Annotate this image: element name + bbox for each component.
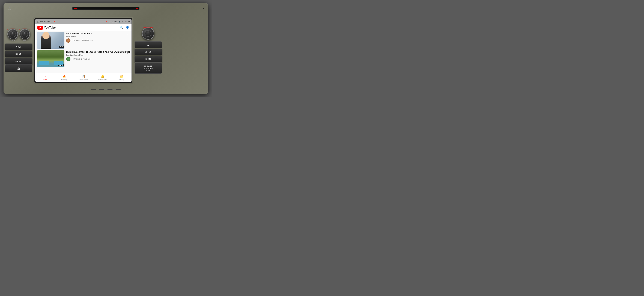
cd-slot xyxy=(72,7,140,10)
vol-label: VOL xyxy=(23,40,27,42)
video-stats-1: 9.6M views · 5 months ago xyxy=(72,39,92,41)
video-meta-2: 77M views · 2 years ago xyxy=(66,57,130,61)
power-knob[interactable] xyxy=(8,29,18,39)
video-stats-2: 77M views · 2 years ago xyxy=(72,58,90,60)
knob-row: POW VOL xyxy=(8,29,30,42)
search-button[interactable]: 🔍 xyxy=(120,26,124,30)
cd-indicator-right xyxy=(136,8,138,9)
main-row: POW VOL NAVI BAND MENU ☎ xyxy=(5,13,207,88)
status-bar: ⌂ YouTube Va... 📍 📍 ▲ 21:11 🔈 ✕ ▭ ↩ xyxy=(35,19,132,24)
knob-inner-power xyxy=(10,31,16,37)
yt-logo[interactable]: YouTube xyxy=(38,26,56,30)
notifications-tab-icon: 🔔 xyxy=(100,75,104,78)
car-unit: MIC POW xyxy=(4,3,208,94)
wifi-icon: ▲ xyxy=(109,21,111,23)
tab-subscriptions[interactable]: 📋 Subscriptions xyxy=(74,75,93,81)
left-side: POW VOL NAVI BAND MENU ☎ xyxy=(5,13,32,88)
bottom-tab-1 xyxy=(91,89,96,90)
video-thumb-2: 24:17 xyxy=(37,50,64,67)
eject-button[interactable]: ▲ xyxy=(134,41,162,48)
channel-avatar-2 xyxy=(66,57,70,61)
volume-icon: 🔈 xyxy=(119,21,121,23)
subscriptions-tab-label: Subscriptions xyxy=(78,79,88,81)
setup-button[interactable]: SETUP xyxy=(134,49,162,55)
video-meta-1: 9.6M views · 5 months ago xyxy=(66,38,130,43)
more-button-2[interactable]: ⋮ xyxy=(126,50,130,54)
tab-trending[interactable]: 🔥 Trending xyxy=(54,75,74,81)
right-knob[interactable] xyxy=(142,27,154,40)
right-knob-container xyxy=(142,27,154,40)
power-knob-container: POW xyxy=(8,29,18,42)
tab-library[interactable]: 📁 Library xyxy=(112,75,132,81)
home-tab-label: Home xyxy=(43,79,47,80)
video-title-1: Alina Eremia - Sa fii fericit xyxy=(66,32,130,35)
status-pin-icon: 📍 xyxy=(54,21,56,23)
res-label: RES xyxy=(146,69,150,72)
navi-button[interactable]: NAVI xyxy=(5,43,32,50)
tab-notifications[interactable]: 🔔 Notifications xyxy=(93,75,112,81)
channel-avatar-1 xyxy=(66,38,70,43)
video-title-2: Build House Under The Wood roots & Add T… xyxy=(66,51,130,54)
screen: ⌂ YouTube Va... 📍 📍 ▲ 21:11 🔈 ✕ ▭ ↩ xyxy=(35,19,132,82)
notifications-tab-label: Notifications xyxy=(98,79,107,81)
status-left: ⌂ YouTube Va... 📍 xyxy=(37,20,56,23)
library-tab-icon: 📁 xyxy=(120,75,124,78)
status-time: 21:11 xyxy=(112,21,117,23)
left-buttons: NAVI BAND MENU ☎ xyxy=(5,43,32,72)
tab-home[interactable]: ⌂ Home xyxy=(35,75,54,80)
knob-inner-vol xyxy=(22,31,28,37)
volume-knob-container: VOL xyxy=(20,29,30,42)
duration-badge-2: 24:17 xyxy=(58,64,64,66)
close-icon[interactable]: ✕ xyxy=(122,21,124,23)
home-icon[interactable]: ⌂ xyxy=(37,20,38,23)
dimm-button[interactable]: DIMM xyxy=(134,56,162,63)
bottom-tab-3 xyxy=(107,89,113,90)
video-card-2[interactable]: 24:17 Build House Under The Wood roots &… xyxy=(37,50,130,67)
mic-label: MIC xyxy=(8,7,11,10)
yt-bottom-nav: ⌂ Home 🔥 Trending 📋 Subscriptions xyxy=(35,73,132,82)
subscriptions-tab-icon: 📋 xyxy=(82,75,85,78)
more-button-1[interactable]: ⋮ xyxy=(126,32,130,36)
yt-logo-text: YouTube xyxy=(44,26,56,29)
back-icon[interactable]: ↩ xyxy=(128,20,130,23)
video-info-1: Alina Eremia - Sa fii fericit Alina Erem… xyxy=(66,32,130,49)
video-card-1[interactable]: 2:43 Alina Eremia - Sa fii fericit Alina… xyxy=(37,32,130,49)
yt-header: YouTube 🔍 👤 xyxy=(35,24,132,31)
trending-tab-icon: 🔥 xyxy=(62,75,66,78)
cd-indicator-left xyxy=(74,8,77,9)
status-title: YouTube Va... xyxy=(40,21,52,23)
eject-button-top[interactable] xyxy=(203,8,204,9)
bottom-strip xyxy=(5,88,207,93)
video-channel-2: Primitive Survival Tool xyxy=(66,54,130,56)
top-strip: MIC xyxy=(5,4,207,13)
sd-gps-res-button[interactable]: SD CARD GPS CARD RES xyxy=(134,63,162,74)
account-button[interactable]: 👤 xyxy=(126,26,130,30)
home-tab-icon: ⌂ xyxy=(44,75,46,78)
phone-button[interactable]: ☎ xyxy=(5,65,32,72)
screen-bezel: ⌂ YouTube Va... 📍 📍 ▲ 21:11 🔈 ✕ ▭ ↩ xyxy=(33,17,134,84)
yt-logo-icon xyxy=(38,26,43,30)
gps-card-label: GPS CARD xyxy=(144,67,153,69)
status-right: 📍 ▲ 21:11 🔈 ✕ ▭ ↩ xyxy=(106,20,130,23)
mic-indicator xyxy=(9,7,10,8)
window-icon[interactable]: ▭ xyxy=(125,21,126,23)
sd-card-label: SD CARD xyxy=(144,65,152,67)
video-info-2: Build House Under The Wood roots & Add T… xyxy=(66,50,130,67)
bottom-tab-2 xyxy=(99,89,104,90)
right-knob-inner xyxy=(145,30,151,37)
video-thumb-1: 2:43 xyxy=(37,32,64,49)
pow-label: POW xyxy=(10,40,15,42)
right-side: ▲ SETUP DIMM SD CARD GPS CARD RES xyxy=(134,13,162,88)
trending-tab-label: Trending xyxy=(61,79,67,81)
band-button[interactable]: BAND xyxy=(5,51,32,57)
youtube-app: YouTube 🔍 👤 2:4 xyxy=(35,24,132,82)
volume-knob[interactable] xyxy=(20,29,30,39)
location-icon: 📍 xyxy=(106,21,108,23)
right-buttons: ▲ SETUP DIMM SD CARD GPS CARD RES xyxy=(134,41,162,74)
duration-badge-1: 2:43 xyxy=(59,46,64,48)
yt-content: 2:43 Alina Eremia - Sa fii fericit Alina… xyxy=(35,31,132,73)
yt-header-icons: 🔍 👤 xyxy=(120,26,130,30)
menu-button[interactable]: MENU xyxy=(5,58,32,65)
video-channel-1: Alina Eremia xyxy=(66,36,130,37)
bottom-tab-4 xyxy=(116,89,121,90)
